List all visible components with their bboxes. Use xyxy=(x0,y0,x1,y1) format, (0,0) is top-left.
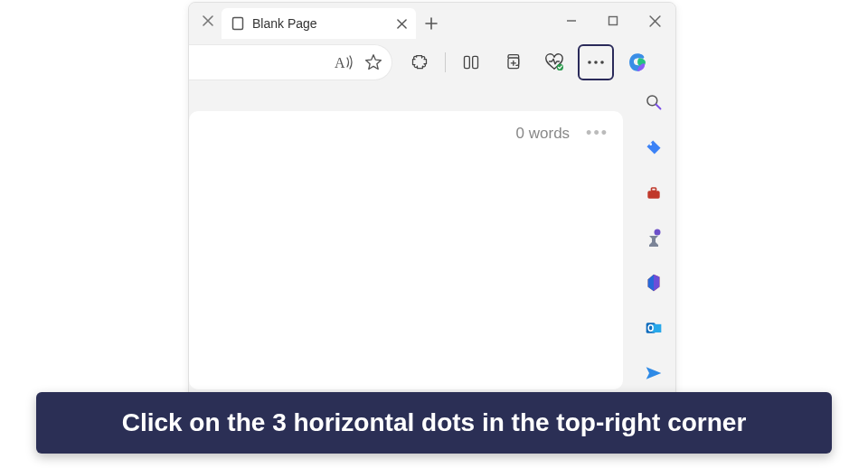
titlebar: Blank Page xyxy=(189,3,675,39)
svg-rect-12 xyxy=(647,191,659,198)
svg-point-8 xyxy=(594,61,598,64)
page-card-header: 0 words ••• xyxy=(203,124,609,143)
minimize-button[interactable] xyxy=(551,3,592,39)
maximize-button[interactable] xyxy=(592,3,634,39)
svg-rect-13 xyxy=(652,188,656,191)
close-window-button[interactable] xyxy=(634,3,675,39)
toolbar: A xyxy=(189,39,675,86)
sidebar-search-icon[interactable] xyxy=(641,89,666,115)
close-tab-left-icon[interactable] xyxy=(194,15,222,26)
toolbar-icons xyxy=(401,44,656,80)
svg-point-11 xyxy=(649,143,652,145)
svg-rect-1 xyxy=(609,17,618,25)
svg-rect-4 xyxy=(473,56,478,68)
svg-point-7 xyxy=(588,61,591,64)
page-icon xyxy=(231,16,245,31)
svg-rect-3 xyxy=(465,56,470,68)
read-aloud-icon[interactable]: A xyxy=(334,52,355,72)
card-more-icon[interactable]: ••• xyxy=(586,124,609,143)
address-bar-cluster[interactable]: A xyxy=(189,44,392,80)
settings-more-button[interactable] xyxy=(578,44,614,80)
favorite-star-icon[interactable] xyxy=(364,53,382,71)
svg-point-9 xyxy=(600,61,604,64)
extensions-icon[interactable] xyxy=(401,44,438,80)
content-row: 0 words ••• xyxy=(189,86,675,398)
edge-sidebar xyxy=(632,86,675,398)
svg-point-14 xyxy=(655,229,661,236)
caption-text: Click on the 3 horizontal dots in the to… xyxy=(122,408,747,436)
browser-tab[interactable]: Blank Page xyxy=(222,8,416,39)
split-screen-icon[interactable] xyxy=(453,44,489,80)
window-controls xyxy=(551,3,675,39)
new-tab-button[interactable] xyxy=(416,8,447,39)
svg-rect-0 xyxy=(233,18,243,30)
toolbar-separator xyxy=(445,52,446,72)
collections-icon[interactable] xyxy=(495,44,531,80)
instruction-caption: Click on the 3 horizontal dots in the to… xyxy=(36,392,832,454)
sidebar-tools-icon[interactable] xyxy=(641,180,666,205)
sidebar-outlook-icon[interactable] xyxy=(641,315,666,341)
close-tab-icon[interactable] xyxy=(397,19,407,29)
page-area: 0 words ••• xyxy=(189,86,632,398)
sidebar-m365-icon[interactable] xyxy=(641,270,666,295)
sidebar-send-icon[interactable] xyxy=(641,360,666,386)
word-count: 0 words xyxy=(516,125,571,143)
browser-essentials-icon[interactable] xyxy=(536,44,572,80)
sidebar-games-icon[interactable] xyxy=(641,225,666,250)
copilot-icon[interactable] xyxy=(619,44,656,80)
page-card: 0 words ••• xyxy=(189,111,623,389)
sidebar-shopping-icon[interactable] xyxy=(641,135,666,160)
browser-window: Blank Page A xyxy=(188,2,676,399)
tab-title: Blank Page xyxy=(252,16,390,31)
svg-text:A: A xyxy=(335,55,345,70)
